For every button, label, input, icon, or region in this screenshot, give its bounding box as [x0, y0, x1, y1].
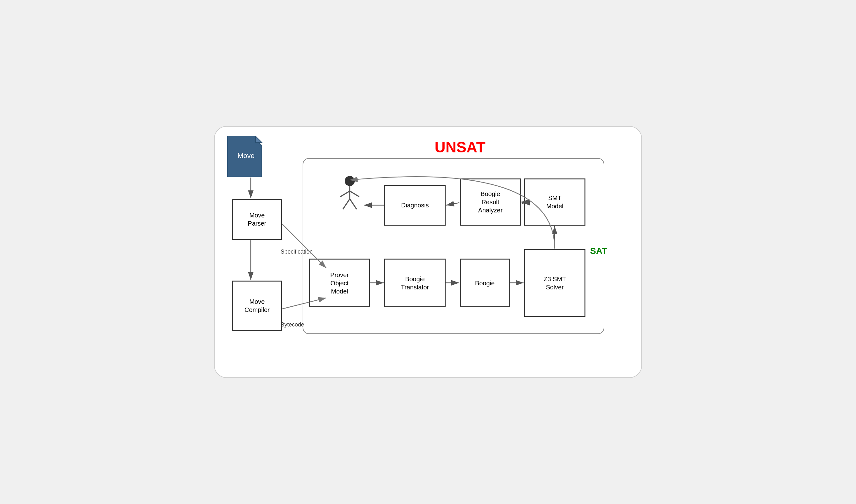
smt-model-label: SMTModel — [546, 194, 563, 210]
boogie-translator-box: BoogieTranslator — [384, 258, 446, 307]
sat-label: SAT — [590, 246, 607, 256]
stick-figure — [337, 175, 362, 213]
specification-label: Specification — [281, 249, 313, 255]
boogie-box: Boogie — [460, 258, 510, 307]
move-doc-text: Move — [227, 152, 265, 160]
svg-point-3 — [345, 176, 355, 186]
svg-line-8 — [350, 199, 357, 209]
move-compiler-label: MoveCompiler — [245, 298, 270, 314]
svg-line-5 — [340, 191, 350, 197]
bytecode-label: Bytecode — [281, 321, 304, 328]
svg-line-24 — [446, 203, 460, 205]
svg-line-7 — [343, 199, 350, 209]
move-parser-label: MoveParser — [248, 211, 266, 228]
z3-smt-solver-box: Z3 SMTSolver — [524, 249, 585, 317]
prover-object-model-label: ProverObjectModel — [330, 271, 349, 295]
boogie-label: Boogie — [475, 279, 495, 287]
move-compiler-box: MoveCompiler — [232, 281, 282, 331]
svg-line-6 — [350, 191, 359, 197]
smt-model-box: SMTModel — [524, 179, 585, 226]
boogie-result-analyzer-box: BoogieResultAnalyzer — [460, 179, 521, 226]
diagnosis-box: Diagnosis — [384, 185, 446, 226]
unsat-label: UNSAT — [434, 139, 485, 156]
boogie-result-analyzer-label: BoogieResultAnalyzer — [478, 190, 503, 214]
diagnosis-label: Diagnosis — [401, 201, 429, 209]
move-parser-box: MoveParser — [232, 199, 282, 240]
z3-smt-solver-label: Z3 SMTSolver — [543, 275, 566, 291]
boogie-translator-label: BoogieTranslator — [401, 275, 429, 291]
diagram-container: UNSAT Move MoveParser MoveCompiler Prove… — [214, 126, 642, 378]
prover-object-model-box: ProverObjectModel — [309, 258, 370, 307]
